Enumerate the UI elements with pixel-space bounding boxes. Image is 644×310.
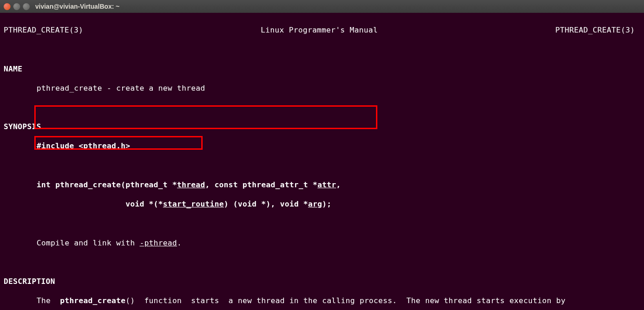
- man-header-center: Linux Programmer's Manual: [261, 25, 378, 35]
- man-header: PTHREAD_CREATE(3)Linux Programmer's Manu…: [4, 25, 635, 35]
- section-synopsis-heading: SYNOPSIS: [4, 122, 640, 131]
- man-header-right: PTHREAD_CREATE(3): [555, 25, 635, 35]
- close-icon[interactable]: [4, 3, 11, 10]
- window-title: vivian@vivian-VirtualBox: ~: [35, 3, 119, 10]
- prototype-line-1: int pthread_create(pthread_t *thread, co…: [37, 180, 640, 190]
- section-description-heading: DESCRIPTION: [4, 277, 640, 286]
- include-line: #include <pthread.h>: [37, 141, 640, 151]
- section-name-heading: NAME: [4, 64, 640, 74]
- maximize-icon[interactable]: [23, 3, 30, 10]
- prototype-line-2: void *(*start_routine) (void *), void *a…: [37, 199, 640, 209]
- window-controls: [4, 3, 30, 10]
- compile-line: Compile and link with -pthread.: [37, 238, 640, 248]
- window-titlebar: vivian@vivian-VirtualBox: ~: [0, 0, 644, 13]
- man-header-left: PTHREAD_CREATE(3): [4, 25, 83, 35]
- terminal-content[interactable]: PTHREAD_CREATE(3)Linux Programmer's Manu…: [0, 13, 644, 310]
- desc-line-1: The pthread_create() function starts a n…: [37, 296, 640, 305]
- minimize-icon[interactable]: [13, 3, 20, 10]
- name-line: pthread_create - create a new thread: [37, 83, 640, 93]
